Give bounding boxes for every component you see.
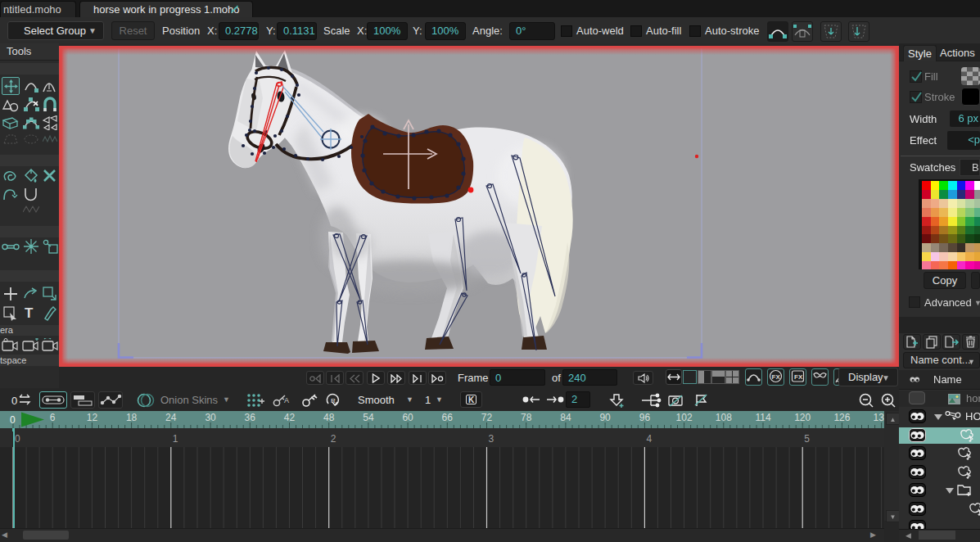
svg-text:6: 6: [50, 412, 56, 423]
svg-text:36: 36: [245, 412, 256, 423]
svg-text:R: R: [331, 397, 336, 404]
svg-text:90: 90: [599, 412, 611, 423]
svg-text:108: 108: [716, 412, 732, 423]
svg-text:66: 66: [442, 412, 454, 423]
svg-text:A: A: [284, 396, 289, 404]
svg-text:54: 54: [363, 412, 374, 423]
svg-text:60: 60: [402, 412, 413, 423]
svg-text:4: 4: [646, 433, 652, 445]
svg-text:120: 120: [794, 412, 811, 423]
svg-text:78: 78: [521, 412, 532, 423]
svg-text:126: 126: [833, 412, 850, 423]
svg-text:102: 102: [676, 412, 693, 423]
svg-text:0: 0: [15, 433, 20, 445]
svg-text:30: 30: [205, 412, 216, 423]
svg-text:24: 24: [165, 412, 177, 423]
svg-text:0: 0: [11, 395, 17, 407]
svg-text:84: 84: [560, 412, 571, 423]
svg-text:132: 132: [874, 412, 884, 423]
svg-text:2: 2: [331, 433, 336, 445]
svg-text:5: 5: [804, 433, 810, 445]
svg-text:114: 114: [755, 412, 770, 423]
svg-text:48: 48: [323, 412, 335, 423]
svg-text:0: 0: [10, 414, 16, 426]
svg-text:3: 3: [489, 433, 495, 445]
svg-text:72: 72: [481, 412, 493, 423]
svg-text:FX: FX: [794, 373, 803, 381]
svg-text:12: 12: [87, 412, 98, 423]
svg-text:18: 18: [126, 412, 138, 423]
svg-text:1: 1: [173, 433, 178, 445]
svg-text:96: 96: [639, 412, 651, 423]
svg-text:42: 42: [284, 412, 296, 423]
svg-text:FX: FX: [772, 373, 781, 381]
